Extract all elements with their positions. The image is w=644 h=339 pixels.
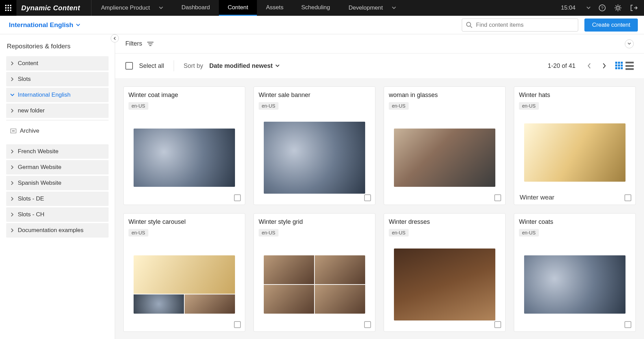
locale-chip: en-US: [519, 229, 539, 237]
tree-item-content[interactable]: Content: [6, 56, 109, 71]
chevron-down-icon: [392, 7, 396, 9]
tab-content[interactable]: Content: [219, 0, 257, 16]
svg-line-12: [470, 26, 472, 28]
card-thumbnail: [128, 241, 240, 328]
tree-item-doc-examples[interactable]: Documentation examples: [6, 223, 109, 238]
sort-value: Date modified newest: [209, 62, 273, 70]
tree-item-new-folder[interactable]: new folder: [6, 104, 109, 118]
locale-selector[interactable]: International English: [9, 21, 80, 29]
card-select-checkbox[interactable]: [494, 321, 501, 328]
tree-label: German Website: [18, 164, 61, 171]
sort-dropdown[interactable]: Date modified newest: [209, 62, 280, 70]
select-all-checkbox[interactable]: [125, 62, 133, 70]
chevron-down-icon[interactable]: [586, 7, 591, 9]
content-card[interactable]: Winter hatsen-USWinter wear: [514, 86, 636, 205]
tree-item-slots[interactable]: Slots: [6, 72, 109, 86]
svg-line-9: [616, 9, 617, 10]
expand-filters-button[interactable]: [625, 39, 634, 48]
collapse-sidebar-button[interactable]: [111, 34, 119, 43]
chevron-left-icon: [587, 63, 591, 69]
gear-icon: [614, 4, 622, 12]
prev-page-button[interactable]: [585, 62, 593, 70]
tab-dashboard[interactable]: Dashboard: [173, 0, 219, 16]
tab-scheduling[interactable]: Scheduling: [292, 0, 339, 16]
topbar: Dynamic Content Amplience Product Dashbo…: [0, 0, 644, 16]
card-select-checkbox[interactable]: [234, 194, 241, 201]
card-select-checkbox[interactable]: [364, 321, 371, 328]
filter-icon[interactable]: [147, 41, 154, 46]
view-toggle: [615, 62, 634, 70]
search-box[interactable]: [462, 19, 578, 32]
locale-chip: en-US: [259, 229, 278, 237]
apps-menu-button[interactable]: [0, 0, 16, 16]
card-title: woman in glasses: [389, 92, 500, 99]
search-input[interactable]: [476, 22, 574, 28]
locale-chip: en-US: [259, 102, 278, 110]
chevron-right-icon: [10, 165, 14, 169]
sort-by-label: Sort by: [184, 62, 203, 70]
card-select-checkbox[interactable]: [364, 194, 371, 201]
content-card[interactable]: Winter coat imageen-US: [123, 86, 245, 205]
content-card[interactable]: Winter dressesen-US: [384, 213, 506, 332]
content-card[interactable]: woman in glassesen-US: [384, 86, 506, 205]
next-page-button[interactable]: [600, 62, 608, 70]
chevron-down-icon: [275, 64, 280, 67]
tree-label: Slots: [18, 76, 31, 83]
chevron-right-icon: [10, 228, 14, 232]
help-button[interactable]: ?: [598, 4, 606, 12]
list-view-button[interactable]: [626, 62, 634, 70]
tree-item-french[interactable]: French Website: [6, 144, 109, 159]
card-title: Winter dresses: [389, 218, 500, 226]
tree-separator: [6, 120, 109, 120]
card-select-checkbox[interactable]: [234, 321, 241, 328]
divider: [174, 60, 174, 71]
card-title: Winter coat image: [128, 92, 240, 99]
card-thumbnail: [389, 114, 500, 201]
tree-label: Spanish Website: [18, 180, 61, 186]
search-icon: [466, 22, 472, 28]
locale-chip: en-US: [128, 229, 148, 237]
content-card[interactable]: Winter coatsen-US: [514, 213, 636, 332]
content-card[interactable]: Winter style griden-US: [253, 213, 375, 332]
tree-item-international-english[interactable]: International English: [6, 88, 109, 102]
toolbar-row: Select all Sort by Date modified newest …: [115, 53, 644, 78]
card-select-checkbox[interactable]: [494, 194, 501, 201]
tree-item-slots-de[interactable]: Slots - DE: [6, 192, 109, 206]
card-title: Winter hats: [519, 92, 631, 99]
card-select-checkbox[interactable]: [624, 321, 631, 328]
select-all-label: Select all: [139, 62, 164, 70]
tree-item-german[interactable]: German Website: [6, 160, 109, 174]
archive-icon: [10, 129, 16, 133]
content-card[interactable]: Winter style carouselen-US: [123, 213, 245, 332]
svg-line-7: [616, 5, 617, 7]
card-title: Winter sale banner: [259, 92, 370, 99]
filters-label[interactable]: Filters: [125, 40, 142, 47]
card-thumbnail: [259, 241, 370, 328]
chevron-right-icon: [10, 77, 14, 81]
create-content-button[interactable]: Create content: [584, 19, 638, 32]
content-card[interactable]: Winter sale banneren-US: [253, 86, 375, 205]
grid-view-button[interactable]: [615, 62, 623, 70]
locale-chip: en-US: [389, 102, 409, 110]
card-select-checkbox[interactable]: [624, 194, 631, 201]
svg-text:?: ?: [601, 5, 603, 11]
chevron-right-icon: [10, 197, 14, 201]
tree-label: International English: [18, 92, 71, 98]
tab-assets[interactable]: Assets: [257, 0, 292, 16]
development-label: Development: [349, 4, 383, 11]
tab-development[interactable]: Development: [339, 0, 406, 16]
chevron-right-icon: [10, 61, 14, 65]
tree-item-slots-ch[interactable]: Slots - CH: [6, 207, 109, 222]
locale-chip: en-US: [519, 102, 539, 110]
tree-label: Documentation examples: [18, 227, 84, 234]
brand-logo: Dynamic Content: [16, 4, 91, 12]
product-switcher[interactable]: Amplience Product: [91, 4, 173, 11]
tree-label: Archive: [20, 128, 39, 134]
settings-button[interactable]: [614, 4, 622, 12]
tree-item-spanish[interactable]: Spanish Website: [6, 176, 109, 190]
tree-item-archive[interactable]: Archive: [6, 124, 109, 138]
card-thumbnail: [519, 114, 631, 191]
card-grid: Winter coat imageen-USWinter sale banner…: [123, 86, 636, 332]
page-count: 1-20 of 41: [548, 62, 575, 70]
logout-button[interactable]: [630, 4, 638, 12]
